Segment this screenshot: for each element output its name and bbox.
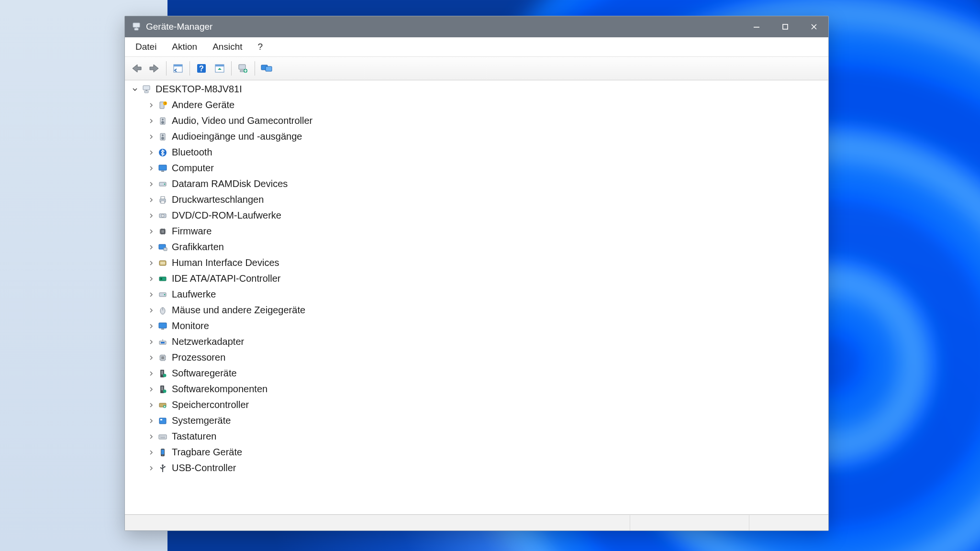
expander-closed-icon[interactable] xyxy=(146,242,156,253)
status-cell xyxy=(125,515,630,530)
expander-closed-icon[interactable] xyxy=(146,321,156,331)
statusbar xyxy=(125,515,828,530)
tree-category[interactable]: Audioeingänge und -ausgänge xyxy=(125,129,828,144)
tree-node-label: Softwaregeräte xyxy=(172,368,237,379)
expander-closed-icon[interactable] xyxy=(146,132,156,142)
expander-closed-icon[interactable] xyxy=(146,368,156,379)
device-manager-window: Geräte-Manager Datei Aktion Ansicht ? xyxy=(124,16,829,531)
expander-closed-icon[interactable] xyxy=(146,100,156,110)
svg-rect-67 xyxy=(159,418,166,424)
tree-category[interactable]: Tragbare Geräte xyxy=(125,444,828,460)
software-icon xyxy=(157,384,168,395)
tree-category[interactable]: Audio, Video und Gamecontroller xyxy=(125,113,828,129)
tree-category[interactable]: Druckwarteschlangen xyxy=(125,192,828,208)
svg-point-64 xyxy=(163,389,167,393)
toolbar-forward-button[interactable] xyxy=(146,60,163,77)
tree-node-label: Prozessoren xyxy=(172,352,225,363)
maximize-button[interactable] xyxy=(771,16,800,37)
tree-category[interactable]: Dataram RAMDisk Devices xyxy=(125,176,828,192)
expander-closed-icon[interactable] xyxy=(146,463,156,474)
expander-closed-icon[interactable] xyxy=(146,258,156,268)
toolbar-help-button[interactable]: ? xyxy=(193,60,210,77)
tree-node-label: Audio, Video und Gamecontroller xyxy=(172,115,312,126)
expander-closed-icon[interactable] xyxy=(146,116,156,126)
tree-category[interactable]: Speichercontroller xyxy=(125,397,828,413)
toolbar-scan-button[interactable] xyxy=(234,60,252,77)
tree-node-label: DESKTOP-M8JV81I xyxy=(156,84,242,95)
toolbar-back-button[interactable] xyxy=(128,60,145,77)
expander-closed-icon[interactable] xyxy=(146,195,156,205)
tree-category[interactable]: IDE ATA/ATAPI-Controller xyxy=(125,271,828,287)
tree-category[interactable]: Human Interface Devices xyxy=(125,255,828,271)
tree-category[interactable]: Softwarekomponenten xyxy=(125,381,828,397)
expander-closed-icon[interactable] xyxy=(146,353,156,363)
expander-closed-icon[interactable] xyxy=(146,163,156,174)
monitor-icon xyxy=(157,321,168,331)
expander-closed-icon[interactable] xyxy=(146,416,156,426)
network-icon xyxy=(157,337,168,347)
expander-closed-icon[interactable] xyxy=(146,210,156,221)
tree-category[interactable]: Bluetooth xyxy=(125,144,828,160)
menu-aktion[interactable]: Aktion xyxy=(164,39,205,55)
tree-category[interactable]: Systemgeräte xyxy=(125,413,828,429)
tree-node-label: Druckwarteschlangen xyxy=(172,194,264,205)
tree-category[interactable]: USB-Controller xyxy=(125,460,828,476)
menu-ansicht[interactable]: Ansicht xyxy=(205,39,250,55)
software-icon xyxy=(157,368,168,379)
svg-rect-69 xyxy=(159,435,167,439)
expander-closed-icon[interactable] xyxy=(146,305,156,316)
tree-category[interactable]: Grafikkarten xyxy=(125,239,828,255)
close-button[interactable] xyxy=(800,16,828,37)
display-adapter-icon xyxy=(157,242,168,253)
expander-closed-icon[interactable] xyxy=(146,431,156,442)
tree-node-label: Tragbare Geräte xyxy=(172,447,242,458)
optical-icon xyxy=(157,210,168,221)
tree-root[interactable]: DESKTOP-M8JV81I xyxy=(125,81,828,97)
tree-category[interactable]: Monitore xyxy=(125,318,828,334)
tree-category[interactable]: ?Andere Geräte xyxy=(125,97,828,113)
tree-node-label: Speichercontroller xyxy=(172,399,249,410)
toolbar-showhide-button[interactable] xyxy=(169,60,187,77)
disk-icon xyxy=(157,179,168,189)
tree-category[interactable]: Laufwerke xyxy=(125,287,828,302)
tree-category[interactable]: DVD/CD-ROM-Laufwerke xyxy=(125,208,828,223)
expander-open-icon[interactable] xyxy=(130,84,140,95)
tree-node-label: Laufwerke xyxy=(172,289,216,300)
svg-point-50 xyxy=(164,294,166,295)
svg-rect-3 xyxy=(754,27,759,28)
svg-point-40 xyxy=(162,215,163,216)
toolbar-properties-button[interactable] xyxy=(211,60,228,77)
menu-datei[interactable]: Datei xyxy=(128,39,164,55)
expander-closed-icon[interactable] xyxy=(146,384,156,395)
app-icon xyxy=(132,22,141,32)
tree-category[interactable]: Firmware xyxy=(125,223,828,239)
expander-closed-icon[interactable] xyxy=(146,400,156,410)
svg-rect-18 xyxy=(143,86,150,90)
tree-category[interactable]: Tastaturen xyxy=(125,429,828,444)
expander-closed-icon[interactable] xyxy=(146,179,156,189)
svg-point-34 xyxy=(164,183,166,185)
expander-closed-icon[interactable] xyxy=(146,226,156,237)
expander-closed-icon[interactable] xyxy=(146,274,156,284)
expander-closed-icon[interactable] xyxy=(146,447,156,458)
svg-rect-68 xyxy=(160,419,162,420)
toolbar-devices-button[interactable] xyxy=(258,60,275,77)
tree-node-label: Netzwerkadapter xyxy=(172,336,244,347)
svg-rect-56 xyxy=(161,342,165,343)
menu-help[interactable]: ? xyxy=(250,39,270,55)
expander-closed-icon[interactable] xyxy=(146,147,156,158)
titlebar[interactable]: Geräte-Manager xyxy=(125,16,828,37)
tree-node-label: Dataram RAMDisk Devices xyxy=(172,178,288,189)
svg-rect-12 xyxy=(215,65,224,66)
tree-category[interactable]: Prozessoren xyxy=(125,350,828,365)
expander-closed-icon[interactable] xyxy=(146,289,156,300)
tree-category[interactable]: Mäuse und andere Zeigegeräte xyxy=(125,302,828,318)
expander-closed-icon[interactable] xyxy=(146,337,156,347)
tree-category[interactable]: Netzwerkadapter xyxy=(125,334,828,350)
tree-category[interactable]: Softwaregeräte xyxy=(125,365,828,381)
svg-rect-36 xyxy=(161,197,165,199)
tree-node-label: Tastaturen xyxy=(172,431,216,442)
device-tree[interactable]: DESKTOP-M8JV81I?Andere GeräteAudio, Vide… xyxy=(125,80,828,515)
minimize-button[interactable] xyxy=(742,16,771,37)
tree-category[interactable]: Computer xyxy=(125,160,828,176)
